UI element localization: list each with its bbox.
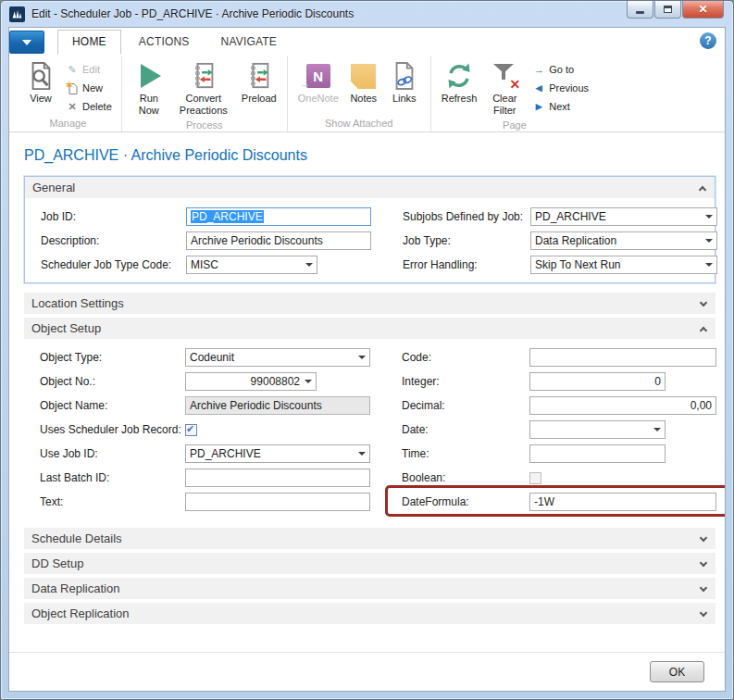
previous-button[interactable]: ◀ Previous (528, 79, 592, 97)
job-type-label: Job Type: (403, 234, 530, 247)
dropdown-arrow-icon (305, 263, 313, 267)
run-now-button[interactable]: Run Now (128, 57, 170, 119)
links-button[interactable]: Links (384, 57, 425, 106)
restore-button[interactable] (654, 1, 681, 19)
minimize-button[interactable] (627, 1, 653, 19)
boolean-label: Boolean: (402, 471, 529, 484)
refresh-button[interactable]: Refresh (437, 57, 482, 106)
form-area: General Job ID: PD_ARCHIVE Description: (24, 176, 715, 628)
dropdown-arrow-icon (653, 428, 661, 431)
general-section-label: General (32, 181, 75, 194)
object-setup-section-header[interactable]: Object Setup (24, 318, 715, 339)
uses-scheduler-job-record-label: Uses Scheduler Job Record: (40, 423, 185, 436)
description-label: Description: (41, 234, 186, 247)
preload-button[interactable]: Preload (237, 57, 281, 106)
object-no-label: Object No.: (40, 375, 185, 388)
description-input[interactable] (186, 231, 371, 250)
goto-label: Go to (549, 64, 574, 75)
use-job-id-label: Use Job ID: (40, 447, 185, 460)
svg-text:✱: ✱ (66, 81, 73, 90)
date-label: Date: (402, 423, 529, 436)
preload-icon (245, 59, 273, 93)
manage-group-label: Manage (20, 117, 116, 131)
object-no-dropdown[interactable]: 99008802 (185, 372, 317, 391)
chevron-down-icon (700, 298, 707, 306)
object-type-value: Codeunit (190, 351, 234, 364)
last-batch-id-label: Last Batch ID: (40, 471, 185, 484)
page-group-label: Page (437, 119, 592, 133)
schedule-details-label: Schedule Details (31, 531, 122, 545)
dateformula-label: DateFormula: (402, 495, 529, 508)
fasttab-general: General Job ID: PD_ARCHIVE Description: (24, 176, 715, 283)
help-icon: ? (704, 34, 711, 47)
subjobs-dropdown[interactable]: PD_ARCHIVE (530, 207, 717, 226)
decimal-input[interactable] (529, 396, 716, 415)
code-label: Code: (402, 351, 529, 364)
edit-label: Edit (82, 64, 100, 75)
convert-preactions-icon (190, 59, 218, 93)
chevron-up-icon (699, 185, 706, 193)
tab-home[interactable]: HOME (57, 30, 121, 55)
date-dropdown[interactable] (529, 420, 666, 439)
last-batch-id-input[interactable] (185, 469, 370, 487)
tab-actions[interactable]: ACTIONS (125, 31, 204, 54)
data-replication-label: Data Replication (31, 581, 119, 595)
clear-filter-button[interactable]: ✕ Clear Filter (481, 57, 528, 119)
code-input[interactable] (529, 348, 716, 367)
general-section-header[interactable]: General (25, 177, 715, 198)
job-id-input[interactable]: PD_ARCHIVE (186, 207, 371, 226)
edit-button[interactable]: ✎ Edit (61, 60, 116, 79)
delete-label: Delete (82, 101, 112, 112)
chevron-down-icon (700, 558, 707, 566)
object-type-dropdown[interactable]: Codeunit (185, 348, 370, 367)
uses-scheduler-job-record-checkbox[interactable] (185, 424, 197, 436)
delete-button[interactable]: ✕ Delete (61, 97, 116, 116)
chevron-down-icon (700, 533, 707, 541)
job-type-dropdown[interactable]: Data Replication (530, 231, 717, 250)
application-menu-button[interactable] (9, 31, 44, 54)
dd-setup-section-header[interactable]: DD Setup (24, 553, 715, 574)
dialog-button-strip: OK (9, 652, 725, 691)
onenote-icon: N (306, 59, 330, 93)
help-button[interactable]: ? (700, 32, 716, 49)
object-setup-label: Object Setup (31, 321, 101, 335)
object-name-value: Archive Periodic Discounts (190, 399, 322, 412)
ok-button[interactable]: OK (650, 661, 704, 682)
subjobs-label: Subjobs Defined by Job: (403, 210, 530, 223)
clear-filter-icon: ✕ (491, 59, 518, 93)
text-input[interactable] (185, 493, 370, 511)
view-button[interactable]: View (20, 57, 61, 106)
nav-app-icon (9, 6, 25, 22)
convert-preactions-button[interactable]: Convert Preactions (170, 57, 237, 119)
object-replication-section-header[interactable]: Object Replication (24, 603, 715, 624)
tab-navigate[interactable]: NAVIGATE (207, 31, 292, 54)
boolean-checkbox[interactable] (529, 472, 541, 484)
new-button[interactable]: ✱ New (61, 79, 116, 97)
next-button[interactable]: ▶ Next (528, 97, 592, 116)
subjobs-value: PD_ARCHIVE (535, 210, 606, 223)
scheduler-job-type-code-dropdown[interactable]: MISC (186, 256, 317, 274)
notes-button[interactable]: Notes (343, 57, 384, 106)
dateformula-input[interactable] (529, 493, 716, 511)
error-handling-dropdown[interactable]: Skip To Next Run (530, 256, 717, 274)
schedule-details-section-header[interactable]: Schedule Details (24, 528, 715, 549)
decimal-label: Decimal: (402, 399, 529, 412)
view-label: View (30, 93, 52, 105)
onenote-button[interactable]: N OneNote (293, 57, 343, 106)
object-name-readonly-field: Archive Periodic Discounts (185, 396, 370, 415)
goto-button[interactable]: → Go to (528, 60, 592, 79)
pencil-icon: ✎ (65, 64, 80, 76)
show-attached-group-label: Show Attached (293, 117, 425, 131)
previous-label: Previous (549, 82, 589, 94)
use-job-id-dropdown[interactable]: PD_ARCHIVE (185, 444, 370, 463)
chevron-down-icon (22, 40, 31, 45)
integer-input[interactable] (529, 372, 666, 391)
object-no-value: 99008802 (251, 375, 300, 388)
close-button[interactable]: ✕ (682, 1, 724, 19)
data-replication-section-header[interactable]: Data Replication (24, 578, 715, 599)
object-replication-label: Object Replication (31, 606, 130, 620)
app-window: Edit - Scheduler Job - PD_ARCHIVE · Arch… (0, 0, 734, 700)
new-label: New (82, 82, 103, 94)
time-input[interactable] (529, 444, 666, 463)
location-settings-section-header[interactable]: Location Settings (24, 293, 715, 314)
